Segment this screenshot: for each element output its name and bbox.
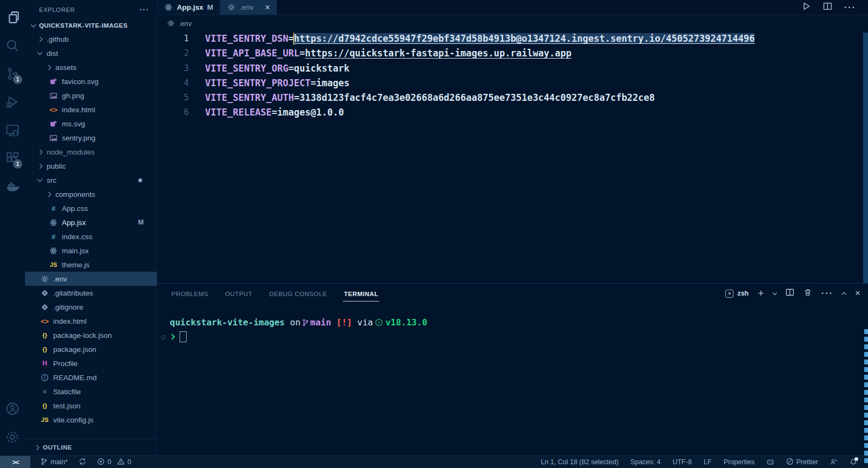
encoding-item[interactable]: UTF-8 [673, 458, 692, 466]
run-icon[interactable] [802, 2, 811, 13]
editor-actions: ··· [802, 0, 868, 15]
sync-icon [79, 458, 86, 467]
equals-sign: = [272, 107, 277, 118]
tree-item-label: ms.svg [62, 120, 85, 128]
activity-explorer[interactable] [0, 3, 25, 31]
tree-folder-public[interactable]: public [25, 159, 157, 173]
tree-item-label: main.jsx [62, 247, 89, 255]
activity-docker[interactable] [0, 172, 25, 201]
tree-folder--github[interactable]: .github [25, 32, 157, 46]
editor-scrollbar[interactable] [863, 33, 868, 283]
maximize-panel-icon[interactable] [842, 292, 846, 296]
env-key: VITE_SENTRY_AUTH [205, 92, 294, 103]
code-line-6[interactable]: 6VITE_RELEASE=images@1.0.0 [157, 105, 868, 120]
tree-item-label: components [55, 190, 95, 198]
terminal-shell-indicator[interactable]: > zsh [725, 290, 749, 298]
tab--env[interactable]: .env× [220, 0, 277, 15]
tree-folder-dist[interactable]: dist [25, 46, 157, 60]
tree-folder-assets[interactable]: assets [25, 60, 157, 74]
tree-file-vite-config-js[interactable]: JSvite.config.js [25, 413, 157, 427]
panel-tab-terminal[interactable]: TERMINAL [343, 286, 379, 302]
terminal-scrollbar[interactable] [864, 329, 868, 465]
activity-search[interactable] [0, 31, 25, 60]
feedback-icon[interactable] [830, 458, 838, 466]
git-file-icon [40, 289, 49, 298]
equals-sign: = [294, 92, 299, 103]
explorer-root-folder[interactable]: QUICKSTARK-VITE-IMAGES [25, 19, 157, 32]
tree-folder-node-modules[interactable]: node_modules [25, 145, 157, 159]
tree-folder-src[interactable]: src [25, 173, 157, 187]
panel-tab-output[interactable]: OUTPUT [224, 286, 253, 302]
tree-file-staticfile[interactable]: ≡Staticfile [25, 384, 157, 399]
code-line-4[interactable]: 4VITE_SENTRY_PROJECT=images [157, 76, 868, 91]
code-editor[interactable]: 1VITE_SENTRY_DSN=https://d7942cdce55947f… [157, 31, 868, 283]
split-editor-icon[interactable] [823, 2, 832, 13]
tree-file-readme-md[interactable]: README.md [25, 370, 157, 384]
terminal-input-line[interactable]: ○ [170, 330, 868, 343]
vscode-window: 11 EXPLORER ··· QUICKSTARK-VITE-IMAGES .… [0, 0, 868, 468]
tree-file-index-css[interactable]: #index.css [25, 229, 157, 243]
notifications-bell-icon[interactable] [850, 458, 857, 466]
tree-file-gh-png[interactable]: gh.png [25, 88, 157, 102]
tree-file-app-jsx[interactable]: App.jsxM [25, 215, 157, 229]
indentation-item[interactable]: Spaces: 4 [630, 458, 661, 466]
tree-file--gitattributes[interactable]: .gitattributes [25, 286, 157, 300]
more-actions-icon[interactable]: ··· [844, 3, 856, 12]
code-line-5[interactable]: 5VITE_SENTRY_AUTH=3138d123facf4c7ea3e026… [157, 91, 868, 105]
branch-status-item[interactable]: main* [40, 458, 68, 467]
terminal-view[interactable]: quickstark-vite-images onmain [!] viav18… [157, 303, 868, 456]
tree-file-package-lock-json[interactable]: {}package-lock.json [25, 328, 157, 342]
activity-run-debug[interactable] [0, 88, 25, 116]
activity-account[interactable] [0, 395, 25, 423]
outline-section[interactable]: OUTLINE [25, 439, 157, 456]
tree-file-index-html[interactable]: <>index.html [25, 314, 157, 328]
split-terminal-icon[interactable] [786, 288, 794, 299]
terminal-dropdown-icon[interactable] [773, 290, 777, 294]
close-icon[interactable]: × [265, 3, 270, 12]
breadcrumb[interactable]: .env [157, 15, 868, 31]
bottom-panel: PROBLEMSOUTPUTDEBUG CONSOLETERMINAL > zs… [157, 283, 868, 456]
new-terminal-icon[interactable]: + [758, 287, 764, 299]
env-key: VITE_RELEASE [205, 107, 272, 118]
json-file-icon: {} [40, 331, 49, 340]
panel-tab-debug-console[interactable]: DEBUG CONSOLE [268, 286, 328, 302]
tree-file-index-html[interactable]: <>index.html [25, 102, 157, 117]
tree-file-theme-js[interactable]: JStheme.js [25, 258, 157, 272]
problems-status-item[interactable]: 0 0 [97, 458, 131, 467]
activity-source-control[interactable]: 1 [0, 60, 25, 88]
activity-extensions[interactable]: 1 [0, 144, 25, 172]
tab-app-jsx[interactable]: App.jsxM [157, 0, 220, 15]
tree-file-main-jsx[interactable]: main.jsx [25, 243, 157, 258]
code-line-3[interactable]: 3VITE_SENTRY_ORG=quickstark [157, 61, 868, 76]
close-panel-icon[interactable]: × [855, 288, 860, 299]
kill-terminal-icon[interactable] [803, 288, 812, 299]
copilot-icon[interactable] [767, 458, 774, 466]
panel-more-icon[interactable]: ··· [821, 289, 833, 298]
tree-file-ms-svg[interactable]: ms.svg [25, 117, 157, 131]
tree-file-app-css[interactable]: #App.css [25, 201, 157, 215]
tree-file--env[interactable]: .env [25, 272, 157, 286]
code-line-2[interactable]: 2VITE_API_BASE_URL=https://quickstark-fa… [157, 46, 868, 61]
env-key: VITE_SENTRY_DSN [205, 33, 289, 44]
tree-file-test-json[interactable]: {}test.json [25, 399, 157, 413]
activity-settings[interactable] [0, 423, 25, 451]
remote-indicator[interactable]: >< [0, 456, 30, 468]
activity-remote-explorer[interactable] [0, 116, 25, 144]
tree-file-sentry-png[interactable]: sentry.png [25, 131, 157, 145]
code-line-1[interactable]: 1VITE_SENTRY_DSN=https://d7942cdce55947f… [157, 31, 868, 46]
tree-file-favicon-svg[interactable]: favicon.svg [25, 74, 157, 88]
tree-file-package-json[interactable]: {}package.json [25, 342, 157, 356]
chevron-down-icon [31, 22, 36, 28]
panel-tab-problems[interactable]: PROBLEMS [170, 286, 209, 302]
explorer-more-icon[interactable]: ··· [139, 5, 149, 14]
eol-item[interactable]: LF [704, 458, 712, 466]
tree-folder-components[interactable]: components [25, 187, 157, 201]
sync-status-item[interactable] [79, 458, 86, 467]
react-file-icon [49, 218, 58, 227]
formatter-status-item[interactable]: Prettier [786, 458, 818, 467]
tree-file-procfile[interactable]: HProcfile [25, 356, 157, 370]
error-count: 0 [107, 458, 111, 466]
language-mode-item[interactable]: Properties [724, 458, 755, 466]
tree-file--gitignore[interactable]: .gitignore [25, 300, 157, 314]
cursor-position-item[interactable]: Ln 1, Col 18 (82 selected) [541, 458, 618, 466]
